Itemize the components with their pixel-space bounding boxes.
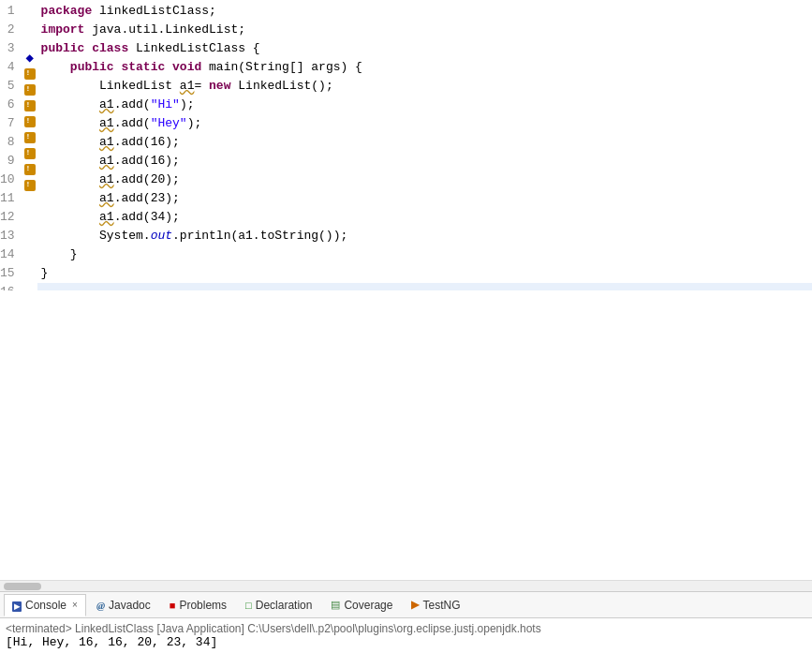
- code-line-12[interactable]: a1.add(34);: [37, 208, 812, 227]
- tab-bar: ▶Console×@Javadoc■Problems□Declaration▤C…: [0, 592, 812, 618]
- code-line-10[interactable]: a1.add(20);: [37, 171, 812, 189]
- line-number-7: 7: [0, 114, 22, 133]
- line-number-6: 6: [0, 96, 22, 114]
- tab-testng[interactable]: ▶TestNG: [403, 594, 468, 616]
- gutter-cell-9: !: [22, 130, 37, 146]
- code-line-11[interactable]: a1.add(23);: [37, 189, 812, 208]
- code-column[interactable]: package linkedListClass;import java.util…: [37, 0, 812, 290]
- coverage-tab-label: Coverage: [344, 599, 392, 612]
- console-output: [Hi, Hey, 16, 16, 20, 23, 34]: [6, 635, 806, 649]
- gutter-cell-6: !: [22, 82, 37, 97]
- line-number-9: 9: [0, 152, 22, 171]
- javadoc-icon: @: [96, 600, 105, 611]
- gutter-cell-15: [22, 226, 37, 242]
- gutter-cell-1: [22, 2, 37, 18]
- declaration-icon: □: [245, 600, 252, 611]
- tab-declaration[interactable]: □Declaration: [237, 594, 320, 616]
- tab-javadoc[interactable]: @Javadoc: [88, 594, 159, 616]
- gutter-cell-12: !: [22, 178, 37, 194]
- horizontal-scrollbar[interactable]: [0, 580, 812, 591]
- code-line-5[interactable]: LinkedList a1= new LinkedList();: [37, 77, 812, 96]
- line-number-3: 3: [0, 39, 22, 58]
- code-view: 123456789101112131415161718 ◆!!!!!!!! pa…: [0, 0, 812, 290]
- bottom-panel: ▶Console×@Javadoc■Problems□Declaration▤C…: [0, 591, 812, 653]
- line-number-14: 14: [0, 245, 22, 264]
- code-line-13[interactable]: System.out.println(a1.toString());: [37, 227, 812, 245]
- problems-icon: ■: [170, 600, 176, 611]
- line-number-2: 2: [0, 21, 22, 39]
- code-line-16[interactable]: }: [37, 245, 812, 264]
- editor-empty-space: [0, 290, 812, 581]
- code-line-9[interactable]: a1.add(16);: [37, 152, 812, 171]
- coverage-icon: ▤: [331, 599, 340, 611]
- code-line-6[interactable]: a1.add("Hi");: [37, 96, 812, 114]
- tab-coverage[interactable]: ▤Coverage: [322, 594, 401, 616]
- code-editor[interactable]: 123456789101112131415161718 ◆!!!!!!!! pa…: [0, 0, 812, 580]
- tab-problems[interactable]: ■Problems: [161, 594, 235, 616]
- javadoc-tab-label: Javadoc: [109, 599, 151, 612]
- line-number-15: 15: [0, 264, 22, 283]
- line-numbers: 123456789101112131415161718: [0, 0, 22, 290]
- gutter-cell-5: !: [22, 66, 37, 82]
- gutter-cell-8: !: [22, 114, 37, 130]
- console-output-area: <terminated> LinkedListClass [Java Appli…: [0, 618, 812, 653]
- code-line-1[interactable]: package linkedListClass;: [37, 2, 812, 21]
- gutter-cell-7: !: [22, 97, 37, 113]
- console-tab-close[interactable]: ×: [72, 600, 78, 610]
- gutter-cell-13: [22, 194, 37, 210]
- gutter-cell-2: [22, 18, 37, 34]
- gutter-cell-3: [22, 34, 37, 50]
- code-line-7[interactable]: a1.add("Hey");: [37, 114, 812, 133]
- testng-icon: ▶: [411, 599, 419, 611]
- gutter: ◆!!!!!!!!: [22, 0, 37, 290]
- gutter-cell-16: [22, 242, 37, 258]
- declaration-tab-label: Declaration: [256, 599, 313, 612]
- gutter-cell-4: ◆: [22, 50, 37, 66]
- gutter-cell-11: !: [22, 162, 37, 178]
- line-number-11: 11: [0, 189, 22, 208]
- code-line-3[interactable]: public class LinkedListClass {: [37, 39, 812, 58]
- code-line-8[interactable]: a1.add(16);: [37, 133, 812, 152]
- line-number-10: 10: [0, 171, 22, 189]
- line-number-5: 5: [0, 77, 22, 96]
- testng-tab-label: TestNG: [422, 599, 460, 612]
- scrollbar-thumb[interactable]: [4, 583, 41, 590]
- gutter-cell-17: [22, 258, 37, 274]
- gutter-cell-10: !: [22, 146, 37, 162]
- gutter-cell-18: [22, 274, 37, 289]
- code-line-17[interactable]: }: [37, 264, 812, 283]
- problems-tab-label: Problems: [179, 599, 227, 612]
- code-line-2[interactable]: import java.util.LinkedList;: [37, 21, 812, 39]
- gutter-cell-14: [22, 210, 37, 226]
- line-number-4: 4: [0, 58, 22, 77]
- line-number-16: 16: [0, 283, 22, 290]
- code-line-18[interactable]: [37, 283, 812, 290]
- line-number-8: 8: [0, 133, 22, 152]
- line-number-1: 1: [0, 2, 22, 21]
- console-icon: ▶: [12, 600, 22, 611]
- line-number-13: 13: [0, 227, 22, 245]
- code-line-4[interactable]: public static void main(String[] args) {: [37, 58, 812, 77]
- console-tab-label: Console: [25, 599, 66, 612]
- tab-console[interactable]: ▶Console×: [4, 594, 86, 616]
- console-status: <terminated> LinkedListClass [Java Appli…: [6, 622, 806, 635]
- line-number-12: 12: [0, 208, 22, 227]
